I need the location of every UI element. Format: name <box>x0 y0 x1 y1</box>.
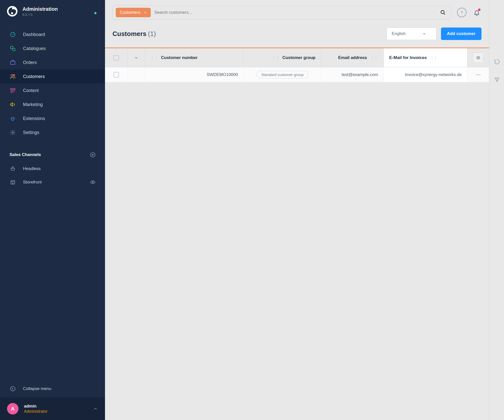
storefront-icon <box>10 179 16 186</box>
header-label: E-Mail for Invoices <box>389 55 427 60</box>
sales-channels-header: Sales Channels <box>0 144 105 162</box>
row-expand[interactable] <box>128 67 145 82</box>
drag-handle-icon[interactable]: ⋮⋮ <box>150 56 158 60</box>
cell-email: test@example.com <box>321 67 384 82</box>
language-select[interactable]: English <box>386 28 436 40</box>
avatar: A <box>7 403 18 414</box>
collapse-label: Collapse menu <box>23 386 51 391</box>
page-count: (1) <box>148 30 156 38</box>
megaphone-icon <box>10 101 16 108</box>
header-email[interactable]: Email address ⋮⋮ <box>321 48 384 67</box>
nav-orders[interactable]: Orders <box>0 56 105 70</box>
nav-label: Customers <box>23 74 45 79</box>
nav-label: Orders <box>23 60 37 65</box>
nav-label: Content <box>23 88 39 93</box>
drag-handle-icon[interactable]: ⋮⋮ <box>272 56 280 60</box>
content-icon <box>10 87 16 94</box>
svg-point-25 <box>476 74 477 75</box>
help-button[interactable]: ? <box>457 8 466 17</box>
row-checkbox[interactable] <box>105 67 128 82</box>
svg-point-27 <box>480 74 480 75</box>
header-customer-number[interactable]: ⋮⋮ Customer number <box>145 48 244 67</box>
column-settings-button[interactable] <box>473 52 484 63</box>
main: Customers ? Customers (1) E <box>105 0 504 420</box>
header-settings <box>468 48 489 67</box>
language-value: English <box>392 31 406 36</box>
nav-label: Catalogues <box>23 46 46 51</box>
svg-rect-7 <box>10 88 15 90</box>
cell-invoice-email: invoice@synergy-networks.de <box>384 67 468 82</box>
header-customer-group[interactable]: ⋮⋮ Customer group <box>244 48 321 67</box>
svg-point-20 <box>441 10 444 14</box>
channel-label: Headless <box>23 166 41 171</box>
channel-storefront[interactable]: Storefront <box>0 176 105 189</box>
collapse-menu[interactable]: Collapse menu <box>0 380 105 398</box>
app-version: 6.5.7.3 <box>22 13 58 16</box>
more-icon[interactable] <box>476 72 481 78</box>
filter-button[interactable] <box>494 77 500 83</box>
nav-catalogues[interactable]: Catalogues <box>0 42 105 56</box>
gear-icon <box>10 129 16 136</box>
svg-point-6 <box>13 74 15 76</box>
search-scope[interactable]: Customers <box>116 8 151 17</box>
nav-marketing[interactable]: Marketing <box>0 98 105 112</box>
chevron-up-icon <box>93 406 98 411</box>
status-indicator <box>94 12 96 14</box>
drag-handle-icon[interactable]: ⋮⋮ <box>430 56 438 60</box>
row-actions <box>468 67 489 82</box>
table-header-row: ⋮⋮ Customer number ⋮⋮ Customer group Ema… <box>105 48 489 67</box>
nav-dashboard[interactable]: Dashboard <box>0 28 105 42</box>
add-channel-icon[interactable] <box>90 152 96 158</box>
app-logo-icon <box>7 6 18 16</box>
notifications-button[interactable] <box>472 8 482 17</box>
topbar: Customers ? <box>105 0 489 25</box>
user-menu[interactable]: A admin Administrator <box>0 398 105 420</box>
svg-point-5 <box>11 74 13 76</box>
add-customer-button[interactable]: Add customer <box>441 28 482 40</box>
search-icon[interactable] <box>438 10 448 15</box>
drag-handle-icon[interactable]: ⋮⋮ <box>370 56 378 60</box>
header-collapse[interactable] <box>128 48 145 67</box>
users-icon <box>10 73 16 80</box>
svg-line-21 <box>444 13 445 15</box>
user-role: Administrator <box>24 409 48 414</box>
main-nav: Dashboard Catalogues Orders Customers Co… <box>0 22 105 144</box>
group-chip: Standard customer group <box>256 71 308 78</box>
section-label: Sales Channels <box>10 152 41 157</box>
collapse-icon <box>10 386 16 392</box>
nav-settings[interactable]: Settings <box>0 126 105 140</box>
search-input[interactable] <box>151 8 438 17</box>
svg-point-18 <box>92 182 94 183</box>
nav-content[interactable]: Content <box>0 84 105 98</box>
catalogues-icon <box>10 45 16 52</box>
search-bar: Customers <box>112 6 452 20</box>
nav-customers[interactable]: Customers <box>0 70 105 84</box>
channel-label: Storefront <box>23 180 42 185</box>
channel-headless[interactable]: Headless <box>0 162 105 176</box>
svg-point-19 <box>10 386 15 391</box>
app-title: Administration <box>22 6 58 12</box>
sidebar: Administration 6.5.7.3 Dashboard Catalog… <box>0 0 105 420</box>
search-scope-label: Customers <box>120 10 140 15</box>
nav-extensions[interactable]: Extensions <box>0 112 105 126</box>
page-header: Customers (1) English Add customer <box>105 25 489 48</box>
table-row[interactable]: SWDEMO10000 Standard customer group test… <box>105 67 489 82</box>
header-label: Email address <box>338 55 367 60</box>
nav-label: Settings <box>23 130 39 135</box>
refresh-button[interactable] <box>494 59 500 65</box>
briefcase-icon <box>10 59 16 66</box>
svg-point-26 <box>478 74 479 75</box>
customers-table: ⋮⋮ Customer number ⋮⋮ Customer group Ema… <box>105 48 489 82</box>
header-label: Customer group <box>282 55 316 60</box>
cell-customer-group: Standard customer group <box>244 67 321 82</box>
nav-label: Dashboard <box>23 32 45 37</box>
user-name: admin <box>24 404 48 409</box>
header-invoice-email[interactable]: E-Mail for Invoices ⋮⋮ <box>384 48 468 67</box>
nav-label: Extensions <box>23 116 45 121</box>
svg-rect-15 <box>11 182 15 184</box>
header-checkbox[interactable] <box>105 48 128 67</box>
right-rail <box>489 0 504 420</box>
svg-point-11 <box>12 132 14 133</box>
eye-icon[interactable] <box>90 180 96 185</box>
page-title: Customers <box>112 30 146 38</box>
